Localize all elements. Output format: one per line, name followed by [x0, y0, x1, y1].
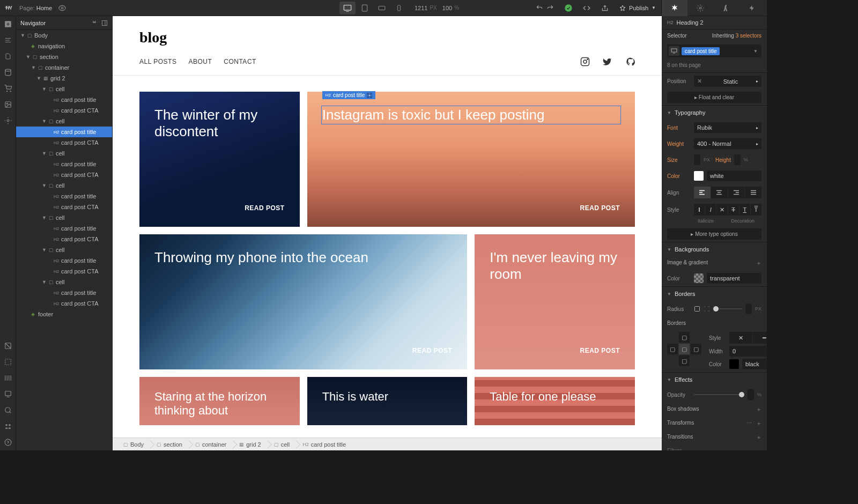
- opacity-slider[interactable]: [694, 394, 744, 395]
- border-solid-button[interactable]: ━: [753, 332, 767, 344]
- panel-toggle-icon[interactable]: [101, 20, 108, 26]
- radius-input[interactable]: [745, 303, 752, 314]
- tree-row-card-post-title[interactable]: H2card post title: [16, 94, 112, 105]
- tree-row-card-post-CTA[interactable]: H2card post CTA: [16, 169, 112, 180]
- tree-row-card-post-title[interactable]: H2card post title: [16, 159, 112, 169]
- code-export-button[interactable]: [578, 0, 596, 16]
- instagram-icon[interactable]: [580, 57, 590, 66]
- device-desktop-button[interactable]: [339, 2, 356, 14]
- tree-row-cell[interactable]: ▼▢cell: [16, 180, 112, 191]
- tree-row-cell[interactable]: ▼▢cell: [16, 116, 112, 127]
- weight-select[interactable]: 400 - Normal▸: [694, 138, 761, 149]
- card-5[interactable]: Staring at the horizon thinking about: [139, 377, 300, 425]
- gear-icon[interactable]: [367, 93, 372, 98]
- color-input[interactable]: [707, 171, 761, 181]
- crumb-section[interactable]: ▢section: [150, 438, 189, 450]
- tree-row-cell[interactable]: ▼▢cell: [16, 212, 112, 223]
- style-manager-tab[interactable]: [713, 0, 739, 16]
- crumb-grid-2[interactable]: ▦grid 2: [233, 438, 268, 450]
- borders-section[interactable]: Borders: [662, 287, 767, 301]
- interactions-tab[interactable]: [739, 0, 765, 16]
- tree-row-card-post-CTA[interactable]: H2card post CTA: [16, 298, 112, 309]
- tree-row-section[interactable]: ▼▢section: [16, 51, 112, 62]
- canvas[interactable]: blog ALL POSTS ABOUT CONTACT The winter …: [113, 16, 662, 438]
- position-select[interactable]: ✕Static▸: [694, 76, 761, 87]
- tool-1-button[interactable]: [0, 338, 16, 354]
- pages-button[interactable]: [0, 48, 16, 64]
- device-phone-landscape-button[interactable]: [374, 2, 390, 14]
- tree-row-cell[interactable]: ▼▢cell: [16, 148, 112, 159]
- tree-row-grid-2[interactable]: ▼▦grid 2: [16, 73, 112, 84]
- border-color-swatch[interactable]: [729, 359, 739, 369]
- canvas-dimensions[interactable]: 1211PX 100%: [415, 5, 459, 11]
- twitter-icon[interactable]: [603, 57, 612, 66]
- color-swatch[interactable]: [694, 171, 704, 181]
- add-element-button[interactable]: [0, 16, 16, 32]
- italic-button[interactable]: I: [705, 204, 716, 216]
- nav-link-about[interactable]: ABOUT: [188, 58, 212, 65]
- typography-section[interactable]: Typography: [662, 106, 767, 120]
- border-color-input[interactable]: [742, 359, 767, 369]
- tree-row-card-post-CTA[interactable]: H2card post CTA: [16, 105, 112, 116]
- tool-2-button[interactable]: [0, 354, 16, 370]
- card-7[interactable]: Table for one please: [475, 377, 635, 425]
- align-left-button[interactable]: [694, 187, 711, 198]
- more-type-options[interactable]: ▸ More type options: [667, 228, 761, 240]
- align-right-button[interactable]: [728, 187, 745, 198]
- tree-row-Body[interactable]: ▼▢Body: [16, 30, 112, 41]
- collapse-icon[interactable]: [92, 20, 97, 25]
- tree-row-footer[interactable]: ◈footer: [16, 309, 112, 320]
- border-side-picker[interactable]: ▢ ▢▢▢ ▢: [667, 332, 701, 366]
- assets-button[interactable]: [0, 97, 16, 113]
- radius-all-icon[interactable]: [694, 306, 700, 312]
- crumb-card-post-title[interactable]: H2card post title: [296, 438, 352, 450]
- share-button[interactable]: [596, 0, 614, 16]
- nav-link-contact[interactable]: CONTACT: [224, 58, 256, 65]
- crumb-Body[interactable]: ▢Body: [117, 438, 150, 450]
- search-button[interactable]: [0, 402, 16, 418]
- selector-input[interactable]: card post title ▼: [667, 45, 761, 57]
- tree-row-card-post-title[interactable]: H2card post title: [16, 191, 112, 202]
- redo-button[interactable]: [541, 0, 559, 16]
- tree-row-container[interactable]: ▼▢container: [16, 62, 112, 73]
- bg-color-swatch[interactable]: [694, 273, 704, 283]
- card-1[interactable]: The winter of my discontent READ POST: [139, 92, 300, 227]
- tool-3-button[interactable]: [0, 370, 16, 386]
- crumb-cell[interactable]: ▢cell: [268, 438, 297, 450]
- style-tab[interactable]: [662, 0, 687, 16]
- decoration-none-button[interactable]: ✕: [716, 204, 727, 216]
- audit-button[interactable]: [0, 386, 16, 402]
- add-shadow-button[interactable]: ＋: [756, 406, 761, 413]
- backgrounds-section[interactable]: Backgrounds: [662, 242, 767, 256]
- bg-color-input[interactable]: [707, 273, 761, 284]
- cms-button[interactable]: [0, 64, 16, 80]
- nav-link-all-posts[interactable]: ALL POSTS: [139, 58, 176, 65]
- border-none-button[interactable]: ✕: [729, 332, 752, 344]
- italic-regular-button[interactable]: I: [694, 204, 705, 216]
- tree-row-cell[interactable]: ▼▢cell: [16, 84, 112, 94]
- transform-settings-button[interactable]: ⋯: [746, 420, 752, 427]
- tree-row-card-post-CTA[interactable]: H2card post CTA: [16, 266, 112, 277]
- card-4[interactable]: I'm never leaving my room READ POST: [475, 234, 635, 369]
- crumb-container[interactable]: ▢container: [189, 438, 233, 450]
- underline-button[interactable]: T: [739, 204, 750, 216]
- device-phone-button[interactable]: [391, 2, 407, 14]
- radius-individual-icon[interactable]: [704, 306, 710, 312]
- add-bg-button[interactable]: ＋: [756, 260, 761, 267]
- font-select[interactable]: Rubik▸: [694, 122, 761, 133]
- tree-row-card-post-CTA[interactable]: H2card post CTA: [16, 202, 112, 212]
- tree-row-card-post-CTA[interactable]: H2card post CTA: [16, 137, 112, 148]
- font-size-input[interactable]: [694, 154, 700, 165]
- align-center-button[interactable]: [711, 187, 728, 198]
- radius-slider[interactable]: [713, 308, 742, 309]
- navigator-button[interactable]: [0, 32, 16, 48]
- card-3[interactable]: Throwing my phone into the ocean READ PO…: [139, 234, 467, 369]
- align-justify-button[interactable]: [745, 187, 761, 198]
- add-transform-button[interactable]: ＋: [756, 420, 761, 427]
- ecommerce-button[interactable]: [0, 80, 16, 97]
- tree-row-cell[interactable]: ▼▢cell: [16, 244, 112, 255]
- tree-row-card-post-title[interactable]: H2card post title: [16, 255, 112, 266]
- preview-icon[interactable]: [58, 4, 66, 12]
- line-height-input[interactable]: [734, 154, 741, 165]
- card-2[interactable]: H2card post title Instagram is toxic but…: [307, 92, 635, 227]
